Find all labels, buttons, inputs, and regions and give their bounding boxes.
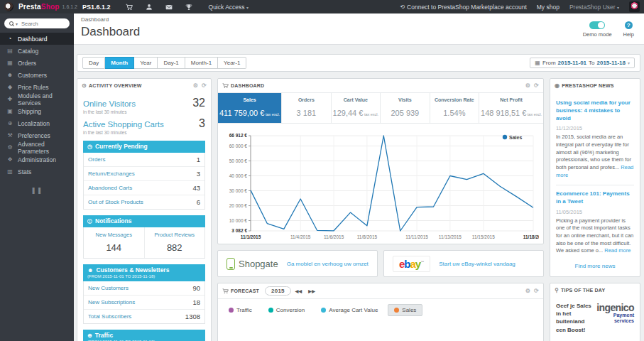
next-year-button[interactable]: ▶▶	[306, 287, 317, 295]
breadcrumb[interactable]: Dashboard	[81, 16, 140, 23]
sidebar-item-advanced-parameters[interactable]: ⚙Advanced Parameters	[0, 141, 74, 153]
forecast-toggle-conversion[interactable]: Conversion	[262, 304, 311, 316]
messages-icon[interactable]	[165, 4, 173, 11]
kpi-cart-value[interactable]: Cart Value129,44 € tax excl.	[332, 93, 381, 123]
previous-year-button[interactable]: ◀◀	[293, 287, 305, 295]
date-from: 2015-11-01	[558, 60, 586, 66]
pending-row[interactable]: Orders1	[84, 153, 204, 166]
kpi-sales[interactable]: Sales411 759,00 € tax excl.	[218, 93, 282, 123]
pending-value: 6	[197, 198, 200, 206]
kpi-visits[interactable]: Visits205 939	[381, 93, 430, 123]
svg-text:3 082 €: 3 082 €	[231, 228, 247, 233]
my-shop-link[interactable]: My shop	[537, 4, 560, 11]
administration-icon: ❖	[6, 156, 13, 163]
cart-icon[interactable]	[126, 4, 133, 11]
sidebar-item-label: Localization	[18, 120, 50, 127]
range-button-month[interactable]: Month	[105, 57, 134, 69]
forecast-toggle-traffic[interactable]: Traffic	[222, 304, 258, 316]
alert-icon: !	[87, 219, 92, 224]
notification-columns: New Messages144Product Reviews882	[83, 227, 205, 259]
read-more-link[interactable]: Read more	[556, 164, 633, 178]
caret-down-icon: ▾	[16, 21, 18, 26]
refresh-icon[interactable]: ⟳	[534, 82, 539, 89]
range-button-day[interactable]: Day	[82, 57, 105, 69]
ebay-banner[interactable]: ebay™ Start uw eBay-winkel vandaag	[383, 250, 544, 277]
quick-access-menu[interactable]: Quick Access ▾	[209, 4, 249, 11]
range-button-day-1[interactable]: Day-1	[158, 57, 185, 69]
online-visitors-link[interactable]: Online Visitors	[83, 99, 136, 108]
date-range-picker[interactable]: ▦ From 2015-11-01 To 2015-11-18 ▾	[530, 58, 635, 68]
shopgate-banner[interactable]: Shopgate Ga mobiel en verhoog uw omzet	[217, 250, 378, 277]
toggle-label: Conversion	[276, 307, 305, 313]
kpi-conversion-rate[interactable]: Conversion Rate1.54%	[430, 93, 479, 123]
customer-row[interactable]: New Customers90	[84, 281, 204, 295]
kpi-row: Sales411 759,00 € tax excl.Orders3 181Ca…	[218, 92, 543, 124]
gear-icon[interactable]: ⚙	[525, 82, 530, 89]
gear-icon[interactable]: ⚙	[525, 288, 530, 294]
news-article-title[interactable]: Ecommerce 101: Payments in a Tweet	[556, 190, 634, 206]
pending-row[interactable]: Return/Exchanges3	[84, 166, 204, 180]
sidebar-item-preferences[interactable]: ⚒Preferences	[0, 129, 74, 141]
kpi-net-profit[interactable]: Net Profit148 918,51 € tax excl.	[479, 93, 543, 123]
sidebar-search[interactable]: ▾	[4, 18, 70, 28]
dashboard-panel: DASHBOARD ⚙ ⟳ Sales411 759,00 € tax excl…	[217, 78, 544, 244]
toggle-label: Average Cart Value	[329, 307, 378, 313]
read-more-link[interactable]: Read more	[604, 247, 631, 254]
notification-cell-product-reviews[interactable]: Product Reviews882	[144, 227, 205, 258]
sidebar-item-orders[interactable]: ▦Orders	[0, 57, 74, 69]
cart-icon	[222, 82, 229, 89]
calendar-icon: ▦	[535, 60, 540, 66]
sidebar-item-label: Preferences	[18, 132, 50, 139]
kpi-orders[interactable]: Orders3 181	[282, 93, 331, 123]
date-to: 2015-11-18	[597, 60, 626, 66]
news-article-title[interactable]: Using social media for your business: 4 …	[556, 99, 634, 122]
refresh-icon[interactable]: ⟳	[202, 82, 207, 89]
search-input[interactable]	[20, 20, 65, 28]
active-carts-link[interactable]: Active Shopping Carts	[83, 120, 164, 129]
forecast-toggle-sales[interactable]: Sales	[388, 304, 422, 316]
sidebar-item-modules-and-services[interactable]: ✚Modules and Services	[0, 93, 74, 105]
forecast-toggle-average-cart-value[interactable]: Average Cart Value	[315, 304, 384, 316]
user-menu[interactable]: PrestaShop User ▾	[569, 4, 619, 11]
sidebar-item-customers[interactable]: ☻Customers	[0, 69, 74, 81]
refresh-icon[interactable]: ⟳	[534, 288, 539, 294]
average-cart-value-dot-icon	[321, 308, 326, 313]
customer-icon[interactable]	[146, 4, 153, 11]
trophy-icon[interactable]	[185, 4, 192, 11]
user-avatar[interactable]	[629, 1, 640, 12]
shopgate-link[interactable]: Ga mobiel en verhoog uw omzet	[287, 261, 369, 267]
sidebar-item-shipping[interactable]: ▣Shipping	[0, 105, 74, 117]
find-more-news-link[interactable]: Find more news	[556, 263, 634, 269]
notification-cell-new-messages[interactable]: New Messages144	[84, 227, 144, 258]
help-icon[interactable]: ?	[625, 21, 633, 29]
forecast-toggle-row: TrafficConversionAverage Cart ValueSales	[218, 299, 543, 321]
marketplace-connect-link[interactable]: ⟲Connect to PrestaShop Marketplace accou…	[400, 4, 526, 11]
range-button-month-1[interactable]: Month-1	[185, 57, 218, 69]
sidebar-item-dashboard[interactable]: ◔Dashboard	[0, 33, 74, 45]
range-button-year[interactable]: Year	[134, 57, 158, 69]
pending-value: 3	[197, 170, 200, 178]
gear-icon[interactable]: ⚙	[193, 82, 198, 89]
sidebar-item-localization[interactable]: ⊕Localization	[0, 117, 74, 129]
ebay-link[interactable]: Start uw eBay-winkel vandaag	[439, 261, 515, 267]
customer-row[interactable]: New Subscriptions18	[84, 295, 204, 309]
customer-row[interactable]: Total Subscribers1308	[84, 309, 204, 323]
sidebar-item-stats[interactable]: ▥Stats	[0, 166, 74, 178]
pending-row[interactable]: Out of Stock Products6	[84, 195, 204, 209]
demo-mode-toggle[interactable]	[589, 21, 605, 29]
range-button-year-1[interactable]: Year-1	[218, 57, 246, 69]
online-visitors-sub: in the last 30 minutes	[83, 109, 205, 114]
svg-text:10 000 €: 10 000 €	[229, 218, 248, 223]
sidebar-item-catalog[interactable]: ▤Catalog	[0, 45, 74, 57]
sidebar-item-administration[interactable]: ❖Administration	[0, 153, 74, 166]
pending-row[interactable]: Abandoned Carts43	[84, 180, 204, 195]
kpi-label: Net Profit	[481, 97, 542, 102]
globe-icon: ⊕	[87, 332, 92, 339]
sidebar-item-label: Administration	[18, 156, 56, 163]
sidebar-item-price-rules[interactable]: ◆Price Rules	[0, 81, 74, 93]
sidebar-collapse-button[interactable]: ❚❚	[0, 187, 74, 194]
active-carts-value: 3	[199, 117, 205, 130]
news-article-excerpt: Picking a payment provider is one of the…	[556, 217, 634, 255]
customers-icon: ☻	[6, 72, 13, 78]
online-visitors-value: 32	[192, 97, 205, 109]
